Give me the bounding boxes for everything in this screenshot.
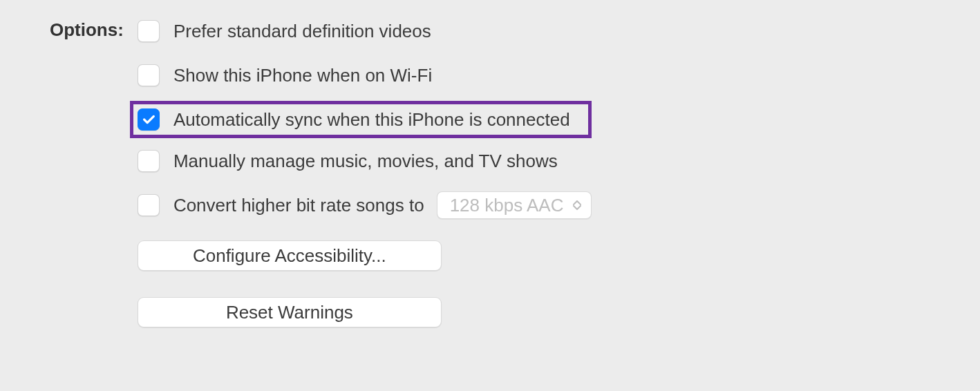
options-list: Prefer standard definition videos Show t…	[138, 17, 592, 348]
reset-warnings-row: Reset Warnings	[138, 297, 592, 327]
checkbox-manual-manage[interactable]	[138, 150, 160, 172]
section-label: Options:	[50, 17, 138, 348]
checkbox-auto-sync[interactable]	[138, 108, 160, 131]
checkbox-convert-bitrate[interactable]	[138, 194, 160, 216]
select-value: 128 kbps AAC	[450, 195, 564, 216]
checkbox-show-wifi[interactable]	[138, 64, 160, 86]
option-prefer-sd[interactable]: Prefer standard definition videos	[138, 17, 592, 46]
stepper-arrows-icon	[573, 200, 581, 211]
option-auto-sync[interactable]: Automatically sync when this iPhone is c…	[130, 101, 592, 138]
option-manual-manage[interactable]: Manually manage music, movies, and TV sh…	[138, 146, 592, 175]
option-label: Automatically sync when this iPhone is c…	[173, 109, 570, 131]
option-show-wifi[interactable]: Show this iPhone when on Wi-Fi	[138, 61, 592, 90]
option-label: Prefer standard definition videos	[173, 21, 431, 42]
option-label: Manually manage music, movies, and TV sh…	[173, 151, 558, 172]
checkbox-prefer-sd[interactable]	[138, 20, 160, 42]
configure-accessibility-button[interactable]: Configure Accessibility...	[138, 240, 442, 271]
option-label: Convert higher bit rate songs to	[173, 195, 424, 216]
option-label: Show this iPhone when on Wi-Fi	[173, 65, 432, 86]
options-panel: Options: Prefer standard definition vide…	[0, 0, 980, 348]
check-icon	[141, 112, 156, 127]
bitrate-select[interactable]: 128 kbps AAC	[437, 191, 592, 219]
option-convert-bitrate[interactable]: Convert higher bit rate songs to 128 kbp…	[138, 191, 592, 220]
configure-accessibility-row: Configure Accessibility...	[138, 240, 592, 271]
reset-warnings-button[interactable]: Reset Warnings	[138, 297, 442, 327]
